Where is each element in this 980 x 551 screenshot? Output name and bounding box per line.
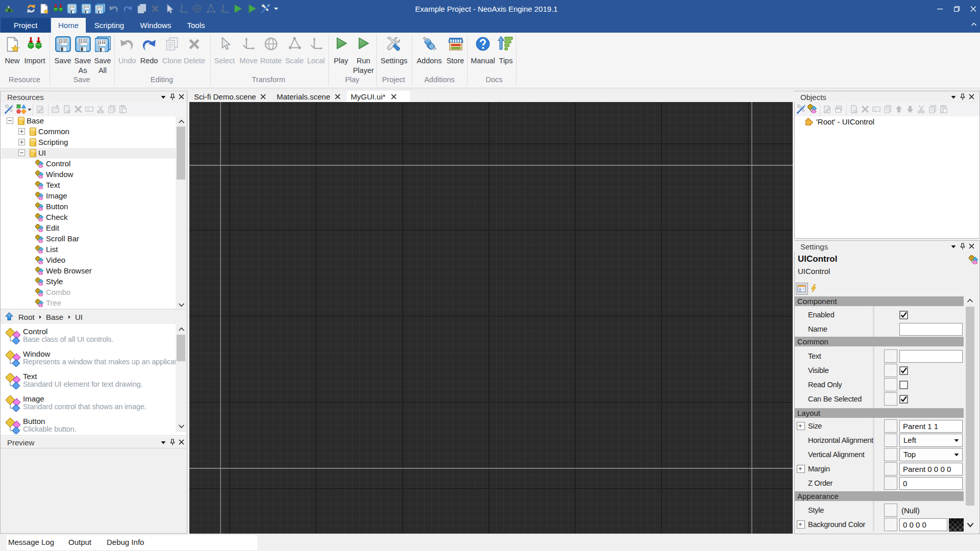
svg-text:x: x (87, 107, 89, 112)
svg-text:x: x (874, 107, 876, 112)
